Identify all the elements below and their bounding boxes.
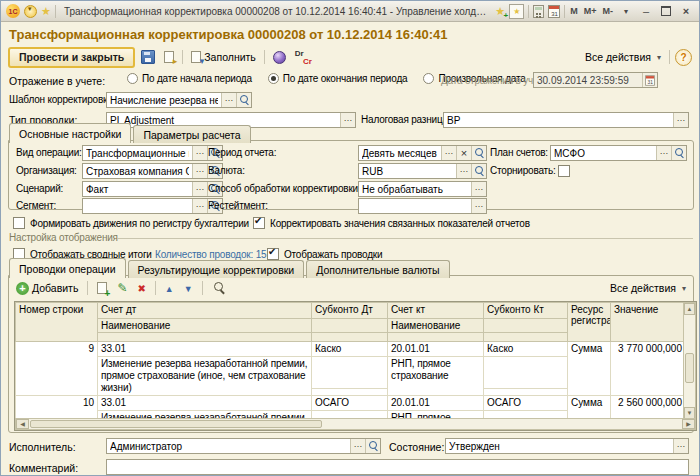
reflection-date-input[interactable] xyxy=(534,73,642,87)
period-open-button[interactable] xyxy=(471,146,486,160)
template-open-button[interactable] xyxy=(236,93,251,107)
minimize-button[interactable]: – xyxy=(638,4,654,18)
col-header-subconto-dt-3 xyxy=(312,333,388,342)
vertical-scrollbar[interactable]: ▲ ▼ xyxy=(683,302,696,420)
favorites-star-icon[interactable] xyxy=(41,5,51,18)
executor-input[interactable] xyxy=(107,439,350,453)
add-row-button[interactable]: Добавить xyxy=(13,280,81,297)
cell-subconto-kt[interactable]: ОСАГО xyxy=(484,396,568,411)
horizontal-scroll-thumb[interactable] xyxy=(30,420,322,428)
fill-button[interactable]: Заполнить xyxy=(188,49,259,65)
move-up-button[interactable] xyxy=(162,280,177,296)
cell-subconto-kt-2[interactable] xyxy=(484,357,568,389)
calendar-icon[interactable] xyxy=(548,5,560,18)
restatement-choose-button[interactable] xyxy=(471,199,486,213)
scroll-left-button[interactable]: ◀ xyxy=(16,419,29,429)
chart-open-button[interactable] xyxy=(671,146,686,160)
date-picker-button[interactable] xyxy=(642,73,657,87)
method-choose-button[interactable] xyxy=(471,182,486,196)
tab-main-settings[interactable]: Основные настройки xyxy=(9,123,131,143)
find-button[interactable] xyxy=(209,279,229,297)
scroll-up-button[interactable]: ▲ xyxy=(684,303,695,315)
tax-difference-input[interactable] xyxy=(444,113,673,127)
cell-subconto-dt[interactable]: Каско xyxy=(312,342,388,357)
main-menu-button[interactable] xyxy=(24,5,37,18)
post-document-button[interactable] xyxy=(161,49,177,65)
open-favorites-icon[interactable] xyxy=(509,4,524,19)
template-choose-button[interactable] xyxy=(221,93,236,107)
help-button[interactable]: ? xyxy=(675,49,692,66)
scroll-right-button[interactable]: ▶ xyxy=(682,419,695,429)
state-choose-button[interactable] xyxy=(673,439,688,453)
edit-row-button[interactable] xyxy=(114,279,130,297)
executor-open-button[interactable] xyxy=(365,439,380,453)
form-movements-checkbox[interactable] xyxy=(13,217,25,229)
tab-additional-currencies[interactable]: Дополнительные валюты xyxy=(306,260,449,278)
post-and-close-button[interactable]: Провести и закрыть xyxy=(8,47,135,68)
dr-cr-button[interactable]: Dr Cr xyxy=(292,48,315,67)
organization-input[interactable] xyxy=(83,164,192,178)
delete-row-button[interactable] xyxy=(134,280,148,296)
maximize-button[interactable] xyxy=(658,4,674,18)
close-button[interactable]: × xyxy=(678,4,694,18)
segment-input[interactable] xyxy=(83,199,192,213)
cell-subconto-dt-2[interactable] xyxy=(312,357,388,389)
cell-account-dt[interactable]: 33.01 xyxy=(98,396,312,411)
horizontal-scrollbar[interactable]: ◀ ▶ xyxy=(15,418,696,430)
cell-account-kt[interactable]: 20.01.01 xyxy=(388,342,484,357)
scenario-input[interactable] xyxy=(83,182,192,196)
chart-choose-button[interactable] xyxy=(656,146,671,160)
cell-name-kt[interactable]: РНП, прямое страхование xyxy=(388,357,484,396)
segment-choose-button[interactable] xyxy=(192,199,207,213)
structure-button[interactable] xyxy=(270,49,289,66)
scenario-choose-button[interactable] xyxy=(192,182,207,196)
currency-open-button[interactable] xyxy=(471,164,486,178)
tab-operation-postings[interactable]: Проводки операции xyxy=(9,258,126,278)
chart-of-accounts-input[interactable] xyxy=(551,146,656,160)
cell-subconto-kt-3[interactable] xyxy=(484,388,568,395)
period-clear-button[interactable] xyxy=(456,146,471,160)
storno-checkbox[interactable] xyxy=(558,165,570,177)
memory-button[interactable]: М xyxy=(569,6,579,16)
copy-row-button[interactable] xyxy=(94,280,110,296)
memory-minus-button[interactable]: М- xyxy=(602,6,615,16)
period-choose-button[interactable] xyxy=(441,146,456,160)
operation-kind-choose-button[interactable] xyxy=(192,146,207,160)
state-input[interactable] xyxy=(446,439,673,453)
restatement-input[interactable] xyxy=(359,199,471,213)
move-down-button[interactable] xyxy=(181,280,196,296)
calculator-icon[interactable] xyxy=(533,5,544,18)
operation-kind-input[interactable] xyxy=(83,146,192,160)
report-period-input[interactable] xyxy=(359,146,441,160)
cell-subconto-dt-3[interactable] xyxy=(312,388,388,395)
radio-period-end[interactable]: По дате окончания периода xyxy=(268,73,408,84)
grid-all-actions-button[interactable]: Все действия xyxy=(607,280,689,296)
memory-plus-button[interactable]: М+ xyxy=(583,6,598,16)
processing-method-input[interactable] xyxy=(359,182,471,196)
template-input[interactable] xyxy=(107,93,221,107)
cell-account-kt[interactable]: 20.01.01 xyxy=(388,396,484,411)
cell-line-no[interactable]: 9 xyxy=(16,342,98,396)
tax-difference-choose-button[interactable] xyxy=(673,113,688,127)
chevron-down-icon[interactable] xyxy=(618,4,634,18)
tab-calc-parameters[interactable]: Параметры расчета xyxy=(133,125,250,143)
radio-period-start[interactable]: По дате начала периода xyxy=(127,73,252,84)
organization-choose-button[interactable] xyxy=(192,164,207,178)
cell-resource[interactable]: Сумма xyxy=(568,342,611,396)
currency-input[interactable] xyxy=(359,164,456,178)
cell-value[interactable]: 3 770 000,000 xyxy=(611,342,686,396)
cell-subconto-dt[interactable]: ОСАГО xyxy=(312,396,388,411)
vertical-scroll-thumb[interactable] xyxy=(685,353,694,383)
cell-name-dt[interactable]: Изменение резерва незаработанной премии,… xyxy=(98,357,312,396)
tab-resulting-adjustments[interactable]: Результирующие корректировки xyxy=(128,260,305,278)
posting-type-choose-button[interactable] xyxy=(340,113,355,127)
cell-account-dt[interactable]: 33.01 xyxy=(98,342,312,357)
adjust-related-checkbox[interactable] xyxy=(253,217,265,229)
add-favorite-icon[interactable] xyxy=(495,5,505,18)
cell-subconto-kt[interactable]: Каско xyxy=(484,342,568,357)
save-button[interactable] xyxy=(138,48,158,66)
comment-input[interactable] xyxy=(107,460,688,474)
executor-choose-button[interactable] xyxy=(350,439,365,453)
currency-choose-button[interactable] xyxy=(456,164,471,178)
all-actions-button[interactable]: Все действия xyxy=(582,49,664,65)
